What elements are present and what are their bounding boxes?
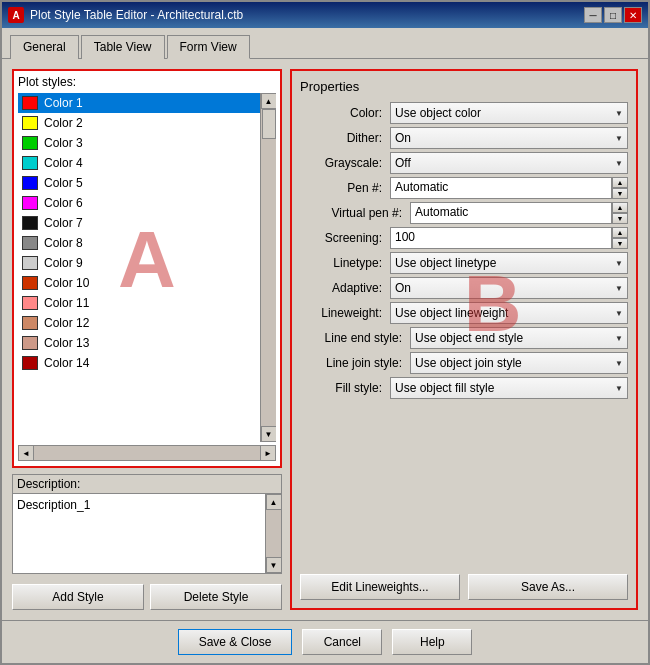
- plot-list-item[interactable]: Color 10: [18, 273, 260, 293]
- main-window: A Plot Style Table Editor - Architectura…: [0, 0, 650, 665]
- desc-scroll-up[interactable]: ▲: [266, 494, 282, 510]
- plot-list-item[interactable]: Color 12: [18, 313, 260, 333]
- desc-scroll-track: [266, 510, 281, 557]
- cancel-button[interactable]: Cancel: [302, 629, 382, 655]
- dropdown-color[interactable]: Use object color▼: [390, 102, 628, 124]
- spin-up-screening[interactable]: ▲: [612, 227, 628, 238]
- tab-table-view[interactable]: Table View: [81, 35, 165, 59]
- color-label: Color 4: [44, 156, 83, 170]
- prop-row-fill: Fill style:Use object fill style▼: [300, 377, 628, 399]
- dropdown-adaptive[interactable]: On▼: [390, 277, 628, 299]
- minimize-button[interactable]: ─: [584, 7, 602, 23]
- spinner-field-screening[interactable]: 100: [390, 227, 612, 249]
- add-style-button[interactable]: Add Style: [12, 584, 144, 610]
- spinner-field-pen[interactable]: Automatic: [390, 177, 612, 199]
- dropdown-line-join[interactable]: Use object join style▼: [410, 352, 628, 374]
- prop-label-color: Color:: [300, 106, 390, 120]
- tab-bar: General Table View Form View: [2, 28, 648, 59]
- right-panel: Properties Color:Use object color▼Dither…: [290, 69, 638, 610]
- plot-list-item[interactable]: Color 6: [18, 193, 260, 213]
- help-button[interactable]: Help: [392, 629, 472, 655]
- spin-down-virtual-pen[interactable]: ▼: [612, 213, 628, 224]
- plot-list-item[interactable]: Color 2: [18, 113, 260, 133]
- properties-title: Properties: [300, 79, 628, 94]
- spin-up-virtual-pen[interactable]: ▲: [612, 202, 628, 213]
- h-scroll-track[interactable]: [34, 445, 260, 461]
- footer: Save & Close Cancel Help: [2, 620, 648, 663]
- plot-list-item[interactable]: Color 1: [18, 93, 260, 113]
- plot-list-item[interactable]: Color 5: [18, 173, 260, 193]
- plot-styles-group: Plot styles: Color 1Color 2Color 3Color …: [12, 69, 282, 468]
- spin-up-pen[interactable]: ▲: [612, 177, 628, 188]
- prop-control-line-end: Use object end style▼: [410, 327, 628, 349]
- dropdown-line-end[interactable]: Use object end style▼: [410, 327, 628, 349]
- color-label: Color 6: [44, 196, 83, 210]
- color-label: Color 3: [44, 136, 83, 150]
- scroll-left-button[interactable]: ◄: [18, 445, 34, 461]
- prop-row-adaptive: Adaptive:On▼: [300, 277, 628, 299]
- spin-down-pen[interactable]: ▼: [612, 188, 628, 199]
- prop-control-grayscale: Off▼: [390, 152, 628, 174]
- color-swatch: [22, 276, 38, 290]
- plot-list[interactable]: Color 1Color 2Color 3Color 4Color 5Color…: [18, 93, 260, 442]
- color-swatch: [22, 196, 38, 210]
- plot-list-item[interactable]: Color 13: [18, 333, 260, 353]
- dropdown-fill[interactable]: Use object fill style▼: [390, 377, 628, 399]
- color-label: Color 11: [44, 296, 89, 310]
- color-swatch: [22, 96, 38, 110]
- prop-row-line-end: Line end style:Use object end style▼: [300, 327, 628, 349]
- color-swatch: [22, 356, 38, 370]
- desc-scroll-down[interactable]: ▼: [266, 557, 282, 573]
- plot-list-item[interactable]: Color 4: [18, 153, 260, 173]
- title-bar: A Plot Style Table Editor - Architectura…: [2, 2, 648, 28]
- tab-form-view[interactable]: Form View: [167, 35, 250, 59]
- dropdown-lineweight[interactable]: Use object lineweight▼: [390, 302, 628, 324]
- dropdown-linetype[interactable]: Use object linetype▼: [390, 252, 628, 274]
- plot-list-item[interactable]: Color 8: [18, 233, 260, 253]
- tab-general[interactable]: General: [10, 35, 79, 59]
- plot-list-container: Color 1Color 2Color 3Color 4Color 5Color…: [18, 93, 276, 442]
- prop-control-screening: 100▲▼: [390, 227, 628, 249]
- plot-list-item[interactable]: Color 9: [18, 253, 260, 273]
- window-title: Plot Style Table Editor - Architectural.…: [30, 8, 243, 22]
- prop-row-lineweight: Lineweight:Use object lineweight▼: [300, 302, 628, 324]
- spinner-pen: Automatic▲▼: [390, 177, 628, 199]
- dropdown-dither[interactable]: On▼: [390, 127, 628, 149]
- maximize-button[interactable]: □: [604, 7, 622, 23]
- desc-scrollbar[interactable]: ▲ ▼: [265, 494, 281, 573]
- vertical-scrollbar[interactable]: ▲ ▼: [260, 93, 276, 442]
- properties-container: Color:Use object color▼Dither:On▼Graysca…: [300, 102, 628, 402]
- plot-list-item[interactable]: Color 7: [18, 213, 260, 233]
- color-label: Color 12: [44, 316, 89, 330]
- prop-control-linetype: Use object linetype▼: [390, 252, 628, 274]
- prop-control-adaptive: On▼: [390, 277, 628, 299]
- dropdown-grayscale[interactable]: Off▼: [390, 152, 628, 174]
- prop-label-pen: Pen #:: [300, 181, 390, 195]
- plot-list-item[interactable]: Color 3: [18, 133, 260, 153]
- prop-control-virtual-pen: Automatic▲▼: [410, 202, 628, 224]
- prop-control-lineweight: Use object lineweight▼: [390, 302, 628, 324]
- color-label: Color 14: [44, 356, 89, 370]
- spinner-virtual-pen: Automatic▲▼: [410, 202, 628, 224]
- save-close-button[interactable]: Save & Close: [178, 629, 293, 655]
- scroll-up-button[interactable]: ▲: [261, 93, 277, 109]
- plot-list-item[interactable]: Color 11: [18, 293, 260, 313]
- scroll-right-button[interactable]: ►: [260, 445, 276, 461]
- close-button[interactable]: ✕: [624, 7, 642, 23]
- prop-label-fill: Fill style:: [300, 381, 390, 395]
- prop-control-dither: On▼: [390, 127, 628, 149]
- description-content: Description_1 ▲ ▼: [13, 494, 281, 573]
- plot-list-item[interactable]: Color 14: [18, 353, 260, 373]
- edit-lineweights-button[interactable]: Edit Lineweights...: [300, 574, 460, 600]
- spinner-field-virtual-pen[interactable]: Automatic: [410, 202, 612, 224]
- save-as-button[interactable]: Save As...: [468, 574, 628, 600]
- description-text[interactable]: Description_1: [13, 494, 265, 573]
- delete-style-button[interactable]: Delete Style: [150, 584, 282, 610]
- scroll-thumb[interactable]: [262, 109, 276, 139]
- spin-down-screening[interactable]: ▼: [612, 238, 628, 249]
- scroll-down-button[interactable]: ▼: [261, 426, 277, 442]
- color-label: Color 8: [44, 236, 83, 250]
- color-swatch: [22, 156, 38, 170]
- description-label: Description:: [13, 475, 281, 494]
- prop-label-grayscale: Grayscale:: [300, 156, 390, 170]
